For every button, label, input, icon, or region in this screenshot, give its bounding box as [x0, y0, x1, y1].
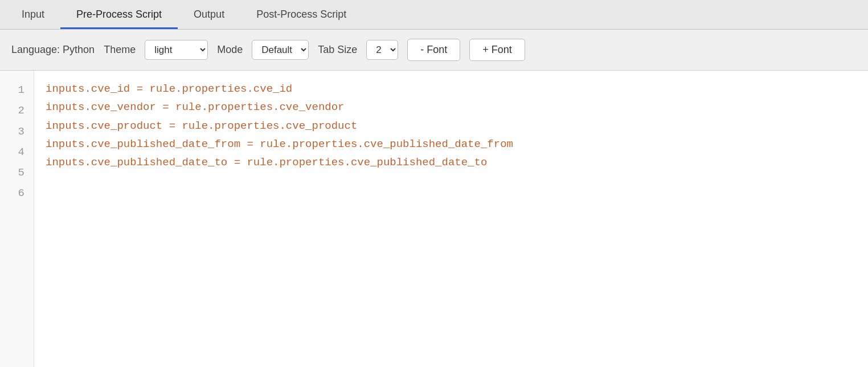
plus-font-button[interactable]: + Font: [469, 39, 525, 61]
line-number-5: 5: [14, 162, 34, 183]
tab-input[interactable]: Input: [6, 2, 60, 29]
app-container: Input Pre-Process Script Output Post-Pro…: [0, 0, 868, 367]
tab-output[interactable]: Output: [178, 2, 240, 29]
theme-select[interactable]: light dark monokai: [145, 40, 208, 60]
code-content[interactable]: inputs.cve_id = rule.properties.cve_id i…: [34, 71, 868, 367]
toolbar: Language: Python Theme light dark monoka…: [0, 30, 868, 71]
code-line-4: inputs.cve_published_date_from = rule.pr…: [46, 135, 857, 153]
tab-size-select[interactable]: 2 4 8: [366, 40, 398, 60]
line-number-2: 2: [14, 100, 34, 121]
language-label: Language: Python: [11, 44, 95, 56]
theme-label: Theme: [104, 44, 136, 56]
line-number-6: 6: [14, 183, 34, 203]
mode-select[interactable]: Default Vim Emacs: [252, 40, 309, 60]
mode-label: Mode: [217, 44, 243, 56]
tab-size-label: Tab Size: [318, 44, 357, 56]
code-line-6: [46, 172, 857, 190]
minus-font-button[interactable]: - Font: [407, 39, 460, 61]
tab-bar: Input Pre-Process Script Output Post-Pro…: [0, 0, 868, 30]
editor-area: 1 2 3 4 5 6 inputs.cve_id = rule.propert…: [0, 71, 868, 367]
line-number-1: 1: [14, 80, 34, 100]
line-number-3: 3: [14, 121, 34, 142]
tab-pre-process-script[interactable]: Pre-Process Script: [60, 2, 178, 29]
line-numbers: 1 2 3 4 5 6: [0, 71, 34, 367]
code-line-1: inputs.cve_id = rule.properties.cve_id: [46, 80, 857, 98]
code-line-5: inputs.cve_published_date_to = rule.prop…: [46, 153, 857, 172]
code-line-2: inputs.cve_vendor = rule.properties.cve_…: [46, 98, 857, 116]
line-number-4: 4: [14, 142, 34, 162]
code-line-3: inputs.cve_product = rule.properties.cve…: [46, 117, 857, 135]
tab-post-process-script[interactable]: Post-Process Script: [240, 2, 362, 29]
